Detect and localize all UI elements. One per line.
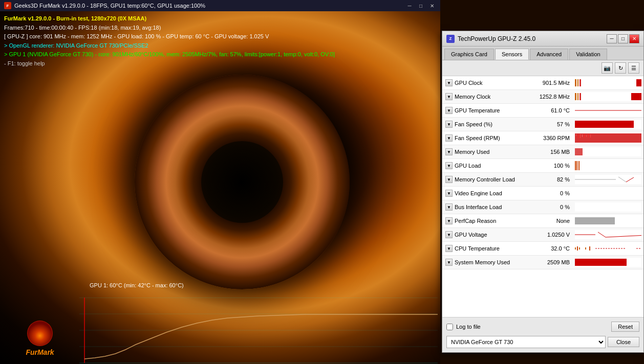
sensor-dropdown-memory-used[interactable]: ▼ <box>445 148 453 155</box>
gpuz-close-button[interactable]: ✕ <box>629 34 639 43</box>
temp-label: GPU 1: 60°C (min: 42°C - max: 60°C) <box>90 282 184 288</box>
sensor-name-fan-rpm: ▼ Fan Speed (RPM) <box>442 134 532 142</box>
svg-rect-11 <box>575 93 576 100</box>
gpuz-title: TechPowerUp GPU-Z 2.45.0 <box>458 35 606 42</box>
sensor-dropdown-cpu-temp[interactable]: ▼ <box>445 245 453 252</box>
svg-line-35 <box>626 177 634 182</box>
furmark-line1: FurMark v1.29.0.0 - Burn-in test, 1280x7… <box>4 14 335 24</box>
svg-rect-19 <box>575 133 641 143</box>
furmark-titlebar: F Geeks3D FurMark v1.29.0.0 - 18FPS, GPU… <box>0 0 440 11</box>
sensor-dropdown-gpu-temp[interactable]: ▼ <box>445 107 453 114</box>
gpu-select-dropdown[interactable]: NVIDIA GeForce GT 730 <box>446 336 606 348</box>
svg-rect-30 <box>576 161 577 170</box>
gpuz-window: Z TechPowerUp GPU-Z 2.45.0 ─ □ ✕ Graphic… <box>442 31 644 353</box>
svg-rect-42 <box>577 246 578 251</box>
titlebar-text: Geeks3D FurMark v1.29.0.0 - 18FPS, GPU1 … <box>14 3 205 9</box>
sensor-name-sys-mem: ▼ System Memory Used <box>442 259 532 266</box>
titlebar-controls: ─ □ ✕ <box>405 2 436 10</box>
svg-rect-24 <box>584 133 585 138</box>
sensor-name-gpu-clock: ▼ GPU Clock <box>442 79 532 86</box>
gpuz-close-btn[interactable]: Close <box>608 337 639 347</box>
svg-rect-9 <box>579 79 581 86</box>
sensor-name-fan-pct: ▼ Fan Speed (%) <box>442 121 532 128</box>
sensor-dropdown-fan-rpm[interactable]: ▼ <box>445 134 453 142</box>
tab-graphics-card[interactable]: Graphics Card <box>444 49 494 60</box>
sensor-row-video-engine: ▼ Video Engine Load 0 % <box>442 187 643 200</box>
svg-rect-13 <box>579 93 581 100</box>
sensor-name-perfcap: ▼ PerfCap Reason <box>442 217 532 224</box>
furmark-logo-icon <box>27 321 53 346</box>
svg-rect-12 <box>577 93 578 100</box>
camera-icon[interactable]: 📷 <box>602 62 613 74</box>
svg-line-38 <box>598 232 606 237</box>
sensor-row-gpu-load: ▼ GPU Load 100 % <box>442 159 643 173</box>
gpuz-tab-bar: Graphics Card Sensors Advanced Validatio… <box>442 47 643 60</box>
sensor-row-sys-mem: ▼ System Memory Used 2509 MB <box>442 256 643 269</box>
svg-rect-18 <box>575 121 634 128</box>
svg-line-34 <box>618 177 626 182</box>
sensor-value-gpu-clock: 901.5 MHz <box>532 80 573 86</box>
sensor-dropdown-gpu-load[interactable]: ▼ <box>445 162 453 169</box>
sensor-row-perfcap: ▼ PerfCap Reason None <box>442 214 643 228</box>
sensor-dropdown-perfcap[interactable]: ▼ <box>445 217 453 224</box>
gpuz-titlebar: Z TechPowerUp GPU-Z 2.45.0 ─ □ ✕ <box>442 31 643 47</box>
furmark-info: FurMark v1.29.0.0 - Burn-in test, 1280x7… <box>4 14 335 69</box>
svg-rect-31 <box>578 161 579 170</box>
sensor-bar-gpu-clock <box>575 78 641 87</box>
titlebar-close-button[interactable]: ✕ <box>428 2 436 10</box>
maximize-button[interactable]: □ <box>417 2 425 10</box>
tab-advanced[interactable]: Advanced <box>530 49 568 60</box>
reset-button[interactable]: Reset <box>611 322 639 332</box>
log-to-file-label[interactable]: Log to file <box>456 324 481 330</box>
sensor-dropdown-mem-ctrl-load[interactable]: ▼ <box>445 176 453 183</box>
sensor-row-gpu-voltage: ▼ GPU Voltage 1.0250 V <box>442 228 643 242</box>
svg-rect-14 <box>631 93 641 100</box>
temperature-graph <box>79 298 438 364</box>
sensor-value-sys-mem: 2509 MB <box>532 259 573 265</box>
tab-sensors[interactable]: Sensors <box>495 49 529 60</box>
sensor-name-memory-clock: ▼ Memory Clock <box>442 93 532 100</box>
sensor-bar-gpu-load <box>575 161 641 170</box>
svg-rect-43 <box>579 247 580 249</box>
sensor-dropdown-video-engine[interactable]: ▼ <box>445 190 453 197</box>
furmark-line3: [ GPU-Z ] core: 901 MHz - mem: 1252 MHz … <box>4 32 335 41</box>
sensor-dropdown-gpu-voltage[interactable]: ▼ <box>445 231 453 238</box>
sensor-bar-fan-pct <box>575 120 641 129</box>
sensor-row-mem-ctrl-load: ▼ Memory Controller Load 82 % <box>442 173 643 187</box>
gpuz-maximize-button[interactable]: □ <box>618 34 628 43</box>
sensor-value-cpu-temp: 32.0 °C <box>532 245 573 252</box>
gpuz-gpu-row: NVIDIA GeForce GT 730 Close <box>446 336 639 348</box>
gpuz-minimize-button[interactable]: ─ <box>607 34 617 43</box>
svg-rect-21 <box>578 135 578 138</box>
minimize-button[interactable]: ─ <box>405 2 414 10</box>
refresh-icon[interactable]: ↻ <box>615 62 626 74</box>
sensor-value-perfcap: None <box>532 218 573 224</box>
furmark-line6: - F1: toggle help <box>4 59 335 69</box>
sensor-name-gpu-voltage: ▼ GPU Voltage <box>442 231 532 238</box>
svg-rect-8 <box>577 79 578 86</box>
sensor-row-fan-pct: ▼ Fan Speed (%) 57 % <box>442 118 643 131</box>
gpuz-icon: Z <box>446 35 455 43</box>
svg-line-39 <box>606 235 641 237</box>
svg-rect-23 <box>582 134 583 137</box>
svg-rect-44 <box>585 247 586 249</box>
sensor-dropdown-memory-clock[interactable]: ▼ <box>445 93 453 100</box>
log-to-file-checkbox[interactable] <box>446 324 453 330</box>
svg-rect-7 <box>575 79 576 86</box>
sensor-dropdown-gpu-clock[interactable]: ▼ <box>445 79 453 86</box>
menu-icon[interactable]: ☰ <box>628 62 639 74</box>
sensor-row-memory-used: ▼ Memory Used 156 MB <box>442 145 643 159</box>
sensor-dropdown-fan-pct[interactable]: ▼ <box>445 121 453 128</box>
sensor-value-gpu-load: 100 % <box>532 163 573 169</box>
sensor-dropdown-sys-mem[interactable]: ▼ <box>445 259 453 266</box>
furmark-line4: > OpenGL renderer: NVIDIA GeForce GT 730… <box>4 41 335 51</box>
sensor-bar-gpu-voltage <box>575 230 641 239</box>
svg-rect-28 <box>575 148 583 155</box>
furmark-line2: Frames:710 - time:00:00:40 - FPS:18 (min… <box>4 24 335 33</box>
svg-point-6 <box>28 321 52 346</box>
sensor-name-gpu-load: ▼ GPU Load <box>442 162 532 169</box>
sensor-name-mem-ctrl-load: ▼ Memory Controller Load <box>442 176 532 183</box>
sensor-dropdown-bus-interface[interactable]: ▼ <box>445 203 453 211</box>
sensor-value-video-engine: 0 % <box>532 190 573 196</box>
tab-validation[interactable]: Validation <box>569 49 607 60</box>
